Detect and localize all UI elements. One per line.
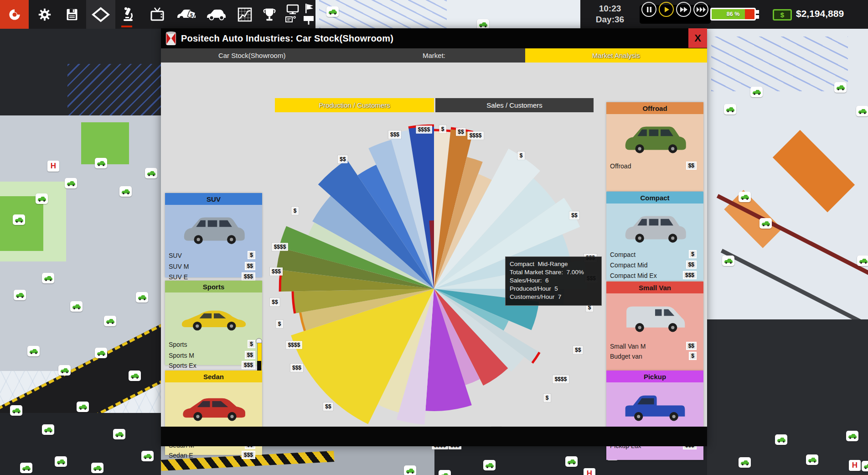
car-design-button[interactable] (205, 0, 227, 29)
expand-view-button[interactable] (86, 0, 115, 29)
vehicle-status-card[interactable] (856, 106, 868, 116)
vehicle-status-card[interactable] (136, 292, 148, 303)
vehicle-status-card[interactable] (750, 87, 763, 97)
model-name[interactable]: SUV E (169, 273, 188, 281)
vehicle-status-card[interactable] (95, 348, 107, 358)
model-name[interactable]: Sedan E (169, 452, 193, 459)
green-car-icon (106, 318, 115, 324)
marketing-button[interactable] (149, 0, 167, 29)
model-name[interactable]: Small Van M (610, 343, 646, 350)
vehicle-status-card[interactable] (483, 460, 496, 470)
vehicle-status-card[interactable] (55, 456, 67, 467)
car-sales-button[interactable]: $ (176, 0, 198, 29)
price-badge: $$$ (683, 271, 697, 279)
vehicle-status-card[interactable] (119, 186, 132, 197)
vehicle-status-card[interactable] (113, 429, 125, 439)
vehicle-status-card[interactable] (439, 470, 451, 475)
model-name[interactable]: Compact (610, 251, 636, 258)
panel-offroad-title: Offroad (606, 102, 703, 114)
fastest-forward-button[interactable] (693, 2, 708, 17)
green-car-icon (121, 189, 130, 194)
vehicle-status-card[interactable] (42, 424, 54, 435)
vehicle-status-card[interactable] (565, 456, 578, 467)
research-button[interactable] (120, 0, 136, 29)
vehicle-status-card[interactable] (724, 104, 736, 115)
dialog-content: Production / Customers Sales / Customers… (161, 63, 707, 427)
vehicle-status-card[interactable] (36, 193, 48, 204)
model-name[interactable]: Offroad (610, 162, 631, 170)
vehicle-status-card[interactable] (141, 451, 154, 461)
play-button[interactable] (659, 2, 674, 17)
vehicle-status-card[interactable] (834, 82, 847, 93)
vehicle-status-card[interactable] (862, 461, 868, 471)
hire-marker-card[interactable]: H (47, 161, 59, 172)
vehicle-status-card[interactable] (27, 346, 40, 356)
vehicle-status-card[interactable] (58, 365, 71, 376)
green-car-icon (138, 295, 147, 300)
vehicle-status-card[interactable] (739, 192, 751, 202)
vehicle-status-card[interactable] (95, 158, 107, 168)
green-car-icon (15, 217, 24, 223)
model-name[interactable]: Budget van (610, 353, 642, 360)
panel-small-van-title: Small Van (606, 282, 703, 293)
vehicle-status-card[interactable] (20, 463, 32, 473)
model-name[interactable]: SUV (169, 252, 182, 259)
vehicle-status-card[interactable] (145, 168, 157, 178)
vehicle-status-card[interactable] (760, 218, 772, 229)
hire-marker-card[interactable]: H (849, 460, 861, 471)
model-name[interactable]: SUV M (169, 263, 189, 270)
vehicle-status-card[interactable] (775, 434, 787, 445)
vehicle-status-card[interactable] (65, 178, 77, 188)
pause-button[interactable] (641, 2, 656, 17)
vehicle-status-card[interactable] (10, 405, 22, 416)
settings-button[interactable] (36, 0, 53, 29)
gear-icon (37, 7, 52, 22)
vehicle-status-card[interactable] (70, 301, 83, 312)
vehicle-status-card[interactable] (13, 214, 25, 225)
tooltip-produced: Produced/Hour 5 (510, 285, 597, 293)
money-icon: $ (773, 9, 792, 21)
tooltip-segment: Compact Mid-Range (510, 260, 597, 268)
suv-car-image (180, 213, 248, 245)
vehicle-status-card[interactable] (806, 454, 818, 465)
model-name[interactable]: Sports M (169, 352, 194, 359)
displays-button[interactable] (284, 0, 302, 29)
signage-button[interactable] (302, 0, 315, 29)
green-car-icon (130, 373, 140, 379)
hire-marker-card[interactable]: H (584, 468, 595, 475)
vehicle-status-card[interactable] (14, 290, 26, 300)
vehicle-status-card[interactable] (129, 371, 141, 381)
positech-logo-button[interactable] (0, 0, 29, 29)
stats-button[interactable] (236, 0, 253, 29)
scrollbar-thumb[interactable] (257, 361, 261, 371)
save-button[interactable] (64, 0, 80, 29)
fast-forward-button[interactable] (676, 2, 691, 17)
panel-sports: Sports Sports $ Sports M $$ Sports Ex $$… (165, 281, 262, 365)
price-badge: $ (248, 340, 255, 348)
vehicle-status-card[interactable] (77, 402, 89, 412)
green-car-icon (147, 171, 156, 176)
green-car-icon (761, 221, 770, 226)
vehicle-status-card[interactable] (846, 431, 858, 441)
model-name[interactable]: Compact Mid Ex (610, 272, 657, 279)
model-name[interactable]: Sports Ex (169, 362, 196, 369)
vehicle-status-card[interactable] (104, 316, 116, 326)
dialog-title: Positech Auto Industries: Car Stock(Show… (181, 33, 393, 44)
vehicle-status-card[interactable] (42, 273, 54, 283)
model-name[interactable]: Compact Mid (610, 261, 647, 269)
tab-car-stock[interactable]: Car Stock(Showroom) (161, 48, 343, 63)
vehicle-status-card[interactable] (857, 256, 868, 266)
vehicle-status-card[interactable] (91, 463, 103, 473)
efficiency-value: 86 % (712, 9, 754, 19)
vehicle-status-card[interactable] (404, 465, 416, 475)
achievements-button[interactable] (261, 0, 278, 29)
vehicle-status-card[interactable] (739, 457, 751, 468)
fastest-forward-icon (696, 6, 706, 13)
price-badge: $$$$ (416, 126, 432, 134)
close-button[interactable]: X (688, 28, 707, 48)
tab-market[interactable]: Market: (343, 48, 525, 63)
tab-market-analysis[interactable]: Market Analysis (525, 48, 707, 63)
vehicle-status-card[interactable] (722, 256, 734, 266)
model-name[interactable]: Sports (169, 341, 187, 348)
vehicle-status-card[interactable] (326, 6, 339, 17)
